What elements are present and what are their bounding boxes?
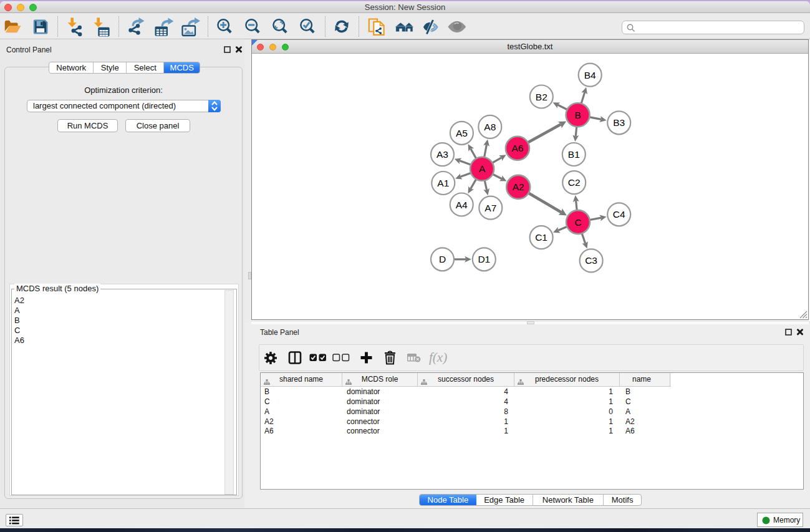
svg-text:A3: A3: [436, 149, 448, 160]
svg-text:C4: C4: [613, 209, 625, 220]
svg-text:C3: C3: [585, 255, 597, 266]
svg-text:D1: D1: [478, 254, 490, 264]
svg-text:B: B: [574, 110, 581, 120]
svg-text:B2: B2: [536, 92, 547, 102]
svg-text:A5: A5: [456, 128, 468, 138]
svg-text:A6: A6: [511, 143, 523, 153]
svg-text:A: A: [479, 163, 486, 174]
svg-text:B3: B3: [613, 117, 625, 128]
svg-text:D: D: [439, 254, 446, 264]
svg-text:C2: C2: [568, 177, 581, 188]
svg-text:A4: A4: [456, 200, 468, 210]
svg-text:C: C: [574, 217, 581, 228]
svg-text:C1: C1: [535, 232, 547, 243]
svg-text:A8: A8: [484, 122, 496, 132]
svg-text:A7: A7: [485, 203, 496, 213]
svg-text:B1: B1: [568, 149, 580, 160]
svg-text:A1: A1: [437, 178, 449, 188]
svg-text:B4: B4: [584, 70, 596, 80]
svg-text:A2: A2: [513, 181, 524, 192]
